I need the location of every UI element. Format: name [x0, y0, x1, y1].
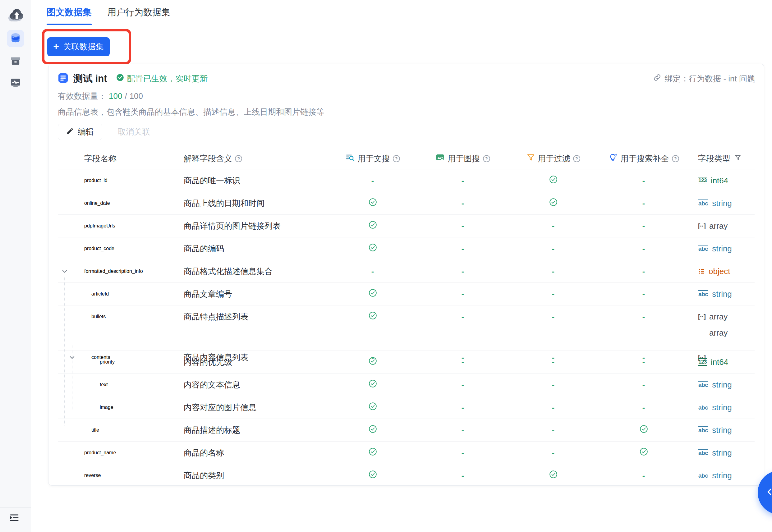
link-icon: [653, 73, 661, 84]
string-type-icon: abc: [698, 199, 708, 207]
help-icon[interactable]: ?: [672, 155, 679, 162]
field-type-label: string: [712, 448, 732, 458]
flag-autocomplete: -: [604, 358, 683, 367]
field-meaning: 商品上线的日期和时间: [184, 198, 322, 209]
field-type-label: string: [712, 289, 732, 299]
table-row: product_name商品的名称--abcstring: [58, 442, 755, 464]
flag-filter: -: [502, 426, 604, 435]
field-name: reverse: [84, 473, 101, 478]
field-type-cell: abcstring: [683, 471, 755, 480]
not-applicable-dash: -: [462, 290, 464, 299]
not-applicable-dash: -: [552, 267, 554, 276]
field-type-label: string: [712, 425, 732, 435]
not-applicable-dash: -: [642, 403, 645, 412]
main-content: 图文数据集 用户行为数据集 + 关联数据集 测试 int: [31, 0, 772, 532]
not-applicable-dash: -: [552, 222, 554, 231]
flag-filter: -: [502, 312, 604, 321]
flag-filter: [502, 470, 604, 481]
field-name-cell: reverse: [58, 464, 184, 487]
flag-autocomplete: -: [604, 244, 683, 253]
sidebar-item-datasets[interactable]: [7, 30, 24, 47]
field-type-cell: abcstring: [683, 199, 755, 208]
field-name: product_id: [84, 178, 108, 183]
field-name: title: [91, 427, 99, 433]
not-applicable-dash: -: [552, 290, 554, 299]
field-type-label: array: [709, 221, 728, 231]
edit-button-label: 编辑: [78, 126, 94, 137]
field-name: formatted_description_info: [84, 268, 143, 274]
sidebar-item-archive[interactable]: [7, 53, 24, 70]
flag-filter: -: [502, 290, 604, 299]
associate-dataset-button-label: 关联数据集: [63, 41, 104, 52]
check-circle-icon: [369, 379, 377, 390]
help-icon[interactable]: ?: [573, 155, 580, 162]
sidebar-collapse-button[interactable]: [8, 512, 21, 525]
field-name-cell: product_id: [58, 169, 184, 192]
flag-filter: -: [502, 244, 604, 253]
funnel-filter-icon[interactable]: [734, 154, 742, 163]
chevron-down-icon[interactable]: [61, 267, 69, 275]
help-icon[interactable]: ?: [393, 155, 400, 162]
check-circle-icon: [549, 198, 558, 209]
not-applicable-dash: -: [642, 290, 645, 299]
valid-data-label: 有效数据量：: [58, 91, 106, 101]
check-circle-icon: [640, 425, 648, 435]
flag-autocomplete: -: [604, 312, 683, 321]
associate-dataset-button[interactable]: + 关联数据集: [47, 37, 110, 56]
check-circle-icon: [369, 402, 377, 413]
field-type-label: int64: [711, 357, 728, 367]
flag-image-search: -: [423, 358, 502, 367]
flag-image-search: -: [423, 312, 502, 321]
field-table: 字段名称 解释字段含义 ? 用于文搜 ?: [58, 148, 755, 487]
binding-info: 绑定：行为数据 - int 问题: [653, 73, 755, 84]
tab-user-behavior-dataset[interactable]: 用户行为数据集: [107, 0, 170, 25]
table-row: reverse商品的类别--abcstring: [58, 464, 755, 487]
check-circle-icon: [369, 470, 377, 481]
image-search-icon: [436, 153, 445, 164]
flag-image-search: -: [423, 222, 502, 231]
sidebar-divider: [0, 507, 31, 508]
not-applicable-dash: -: [462, 176, 464, 185]
flag-image-search: -: [423, 403, 502, 412]
int-type-icon: 123: [698, 358, 707, 366]
string-type-icon: abc: [698, 472, 708, 479]
field-name-cell: text: [58, 374, 184, 396]
string-type-icon: abc: [698, 449, 708, 457]
flag-filter: -: [502, 222, 604, 231]
collapse-menu-icon: [9, 512, 20, 524]
flag-text-search: [322, 243, 423, 254]
flag-filter: -: [502, 448, 604, 457]
column-header-field-name: 字段名称: [58, 153, 184, 164]
table-row: online_date商品上线的日期和时间--abcstring: [58, 192, 755, 215]
column-header-image-search: 用于图搜 ?: [423, 153, 502, 164]
check-circle-icon: [549, 470, 558, 481]
table-row: pdpImageUrls商品详情页的图片链接列表---[··]array: [58, 215, 755, 237]
tab-image-text-dataset[interactable]: 图文数据集: [47, 0, 92, 25]
flag-text-search: -: [322, 176, 423, 185]
field-meaning: 商品格式化描述信息集合: [184, 266, 322, 277]
field-name-cell: online_date: [58, 192, 184, 214]
not-applicable-dash: -: [462, 199, 464, 208]
cancel-association-button[interactable]: 取消关联: [116, 126, 152, 138]
valid-data-separator: /: [125, 91, 127, 101]
table-row: title商品描述的标题--abcstring: [58, 419, 755, 442]
help-icon[interactable]: ?: [235, 155, 242, 162]
field-name-cell: bullets: [58, 305, 184, 328]
check-circle-icon: [369, 425, 377, 435]
flag-autocomplete: [604, 447, 683, 458]
flag-image-search: -: [423, 176, 502, 185]
help-icon[interactable]: ?: [483, 155, 490, 162]
field-meaning: 内容对应的图片信息: [184, 402, 322, 413]
field-type-cell: abcstring: [683, 403, 755, 412]
flag-text-search: [322, 311, 423, 322]
field-name: product_name: [84, 450, 116, 456]
check-circle-icon: [369, 447, 377, 458]
field-type-cell: abcstring: [683, 448, 755, 458]
flag-filter: [502, 198, 604, 209]
edit-button[interactable]: 编辑: [58, 124, 102, 140]
table-row: articleId商品文章编号---abcstring: [58, 283, 755, 305]
binding-text: 绑定：行为数据 - int 问题: [664, 73, 755, 84]
sidebar-item-monitor[interactable]: [7, 75, 24, 92]
not-applicable-dash: -: [642, 199, 645, 208]
flag-text-search: [322, 221, 423, 231]
